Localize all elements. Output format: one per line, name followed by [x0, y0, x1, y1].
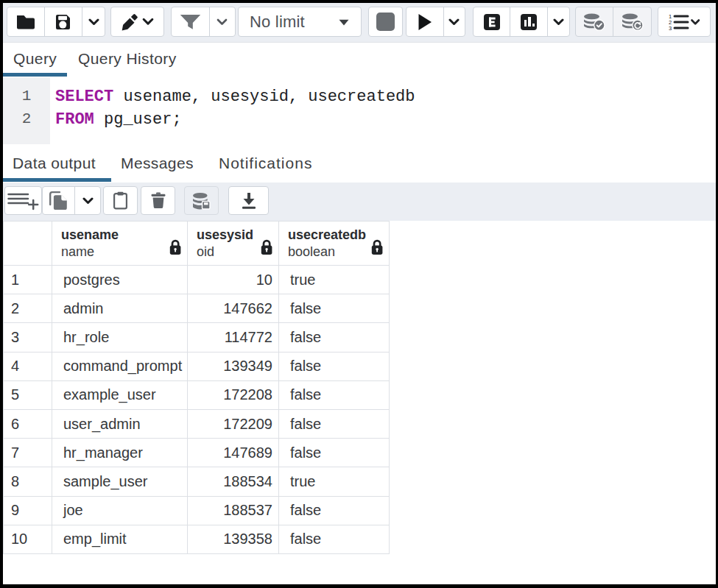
svg-text:3: 3: [669, 24, 672, 30]
